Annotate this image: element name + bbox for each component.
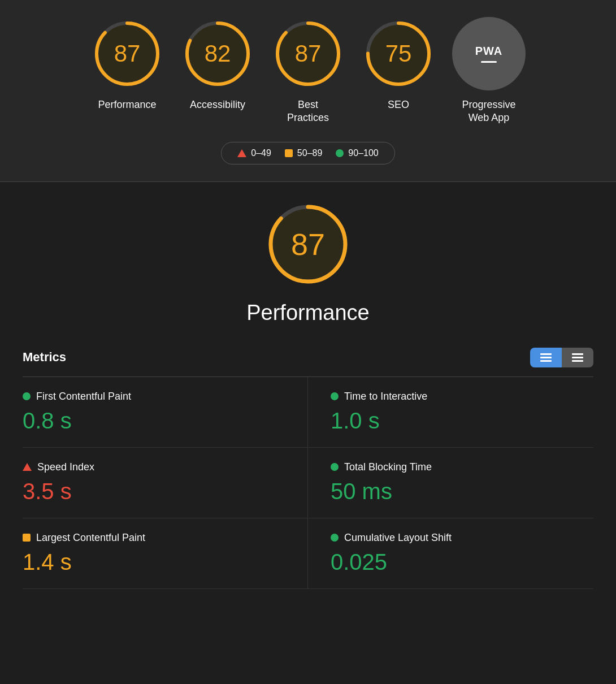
metric-cell-fcp: First Contentful Paint 0.8 s — [23, 377, 308, 448]
legend-container: 0–49 50–89 90–100 — [11, 142, 605, 164]
pwa-circle: PWA — [452, 17, 526, 90]
list-icon-line-3 — [540, 360, 552, 362]
score-item-performance[interactable]: 87 Performance — [90, 17, 164, 111]
list-icon-line-1 — [540, 353, 552, 355]
score-circle-seo: 75 — [362, 17, 435, 90]
metric-header-si: Speed Index — [23, 461, 285, 473]
metrics-title: Metrics — [23, 350, 66, 365]
si-name: Speed Index — [37, 461, 94, 473]
metric-header-tbt: Total Blocking Time — [331, 461, 588, 473]
si-value: 3.5 s — [23, 479, 72, 504]
big-score-circle: 87 — [263, 199, 353, 289]
score-label-best-practices: BestPractices — [287, 98, 329, 125]
pwa-label: PWA — [475, 45, 503, 58]
list-view-button[interactable] — [530, 348, 562, 367]
tti-indicator-icon — [331, 392, 339, 400]
grid-view-button[interactable] — [562, 348, 593, 367]
legend-pill: 0–49 50–89 90–100 — [221, 142, 394, 164]
tbt-indicator-icon — [331, 463, 339, 471]
main-section: 87 Performance Metrics — [0, 182, 616, 606]
score-circle-accessibility: 82 — [181, 17, 254, 90]
grid-icon-line-3 — [572, 360, 583, 362]
pwa-dash — [481, 61, 497, 63]
score-item-pwa[interactable]: PWA ProgressiveWeb App — [452, 17, 526, 125]
metrics-grid: First Contentful Paint 0.8 s Time to Int… — [23, 377, 593, 589]
fcp-indicator-icon — [23, 392, 31, 400]
fcp-name: First Contentful Paint — [36, 391, 131, 402]
scores-row: 87 Performance 82 Accessibility — [11, 17, 605, 125]
green-circle-icon — [336, 149, 344, 157]
metric-cell-tbt: Total Blocking Time 50 ms — [308, 448, 593, 518]
si-indicator-icon — [23, 463, 32, 471]
metric-cell-cls: Cumulative Layout Shift 0.025 — [308, 518, 593, 589]
score-item-best-practices[interactable]: 87 BestPractices — [271, 17, 345, 125]
score-item-accessibility[interactable]: 82 Accessibility — [181, 17, 254, 111]
score-label-performance: Performance — [98, 98, 156, 111]
score-circle-best-practices: 87 — [271, 17, 345, 90]
metric-cell-tti: Time to Interactive 1.0 s — [308, 377, 593, 448]
metric-header-lcp: Largest Contentful Paint — [23, 532, 285, 544]
big-score-label: Performance — [246, 301, 370, 325]
cls-value: 0.025 — [331, 549, 387, 574]
cls-name: Cumulative Layout Shift — [344, 532, 452, 544]
big-score-area: 87 Performance — [23, 199, 593, 325]
cls-indicator-icon — [331, 534, 339, 542]
legend-item-average: 50–89 — [285, 148, 323, 158]
score-value-accessibility: 82 — [205, 40, 231, 67]
lcp-name: Largest Contentful Paint — [36, 532, 145, 544]
list-view-icon — [540, 353, 552, 362]
score-label-accessibility: Accessibility — [190, 98, 245, 111]
legend-item-pass: 90–100 — [336, 148, 378, 158]
tbt-value: 50 ms — [331, 479, 392, 504]
metric-header-cls: Cumulative Layout Shift — [331, 532, 588, 544]
tbt-name: Total Blocking Time — [344, 461, 432, 473]
metric-cell-lcp: Largest Contentful Paint 1.4 s — [23, 518, 308, 589]
metric-header-fcp: First Contentful Paint — [23, 391, 285, 402]
list-icon-line-2 — [540, 357, 552, 358]
fcp-value: 0.8 s — [23, 408, 72, 433]
score-value-performance: 87 — [114, 40, 141, 67]
grid-view-icon — [572, 353, 583, 362]
lcp-value: 1.4 s — [23, 549, 72, 574]
top-section: 87 Performance 82 Accessibility — [0, 0, 616, 181]
metrics-header: Metrics — [23, 348, 593, 367]
tti-name: Time to Interactive — [344, 391, 427, 402]
score-value-best-practices: 87 — [295, 40, 322, 67]
metric-cell-si: Speed Index 3.5 s — [23, 448, 308, 518]
metric-header-tti: Time to Interactive — [331, 391, 588, 402]
legend-fail-range: 0–49 — [251, 148, 271, 158]
score-value-seo: 75 — [385, 40, 412, 67]
score-circle-performance: 87 — [90, 17, 164, 90]
legend-pass-range: 90–100 — [348, 148, 378, 158]
legend-average-range: 50–89 — [297, 148, 323, 158]
grid-icon-line-2 — [572, 357, 583, 358]
red-triangle-icon — [237, 149, 246, 157]
view-toggle[interactable] — [530, 348, 593, 367]
grid-icon-line-1 — [572, 353, 583, 355]
big-score-value: 87 — [291, 227, 325, 262]
legend-item-fail: 0–49 — [237, 148, 271, 158]
score-label-pwa: ProgressiveWeb App — [462, 98, 515, 125]
lcp-indicator-icon — [23, 534, 31, 542]
score-item-seo[interactable]: 75 SEO — [362, 17, 435, 111]
score-label-seo: SEO — [388, 98, 409, 111]
tti-value: 1.0 s — [331, 408, 380, 433]
orange-square-icon — [285, 149, 293, 157]
